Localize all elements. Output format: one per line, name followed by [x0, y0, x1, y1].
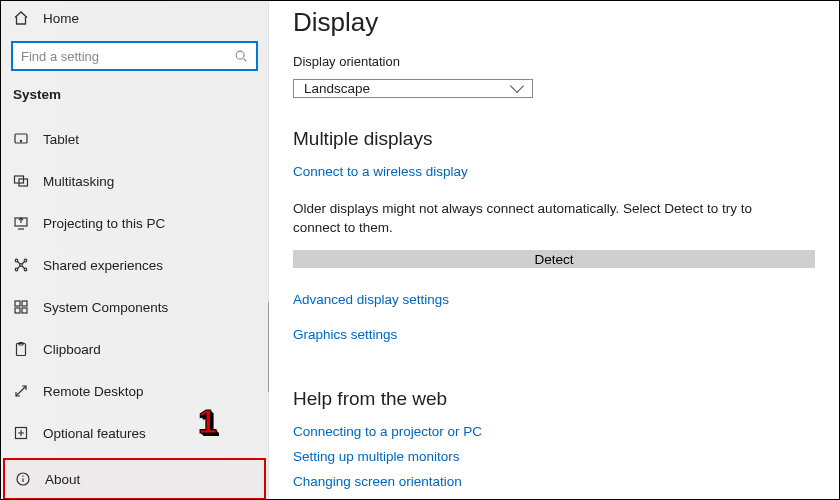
orientation-label: Display orientation: [293, 54, 815, 69]
search-icon: [234, 49, 248, 63]
svg-point-19: [22, 475, 23, 476]
main-panel: Display Display orientation Landscape Mu…: [269, 1, 839, 499]
sidebar-item-label: Optional features: [43, 426, 146, 441]
sidebar-item-label: Shared experiences: [43, 258, 163, 273]
connect-wireless-link[interactable]: Connect to a wireless display: [293, 164, 815, 179]
svg-point-7: [15, 259, 18, 262]
components-icon: [13, 299, 29, 315]
sidebar-item-label: Remote Desktop: [43, 384, 144, 399]
multiple-displays-info: Older displays might not always connect …: [293, 199, 753, 238]
svg-rect-14: [22, 308, 27, 313]
page-title: Display: [293, 7, 815, 38]
remote-desktop-icon: [13, 383, 29, 399]
chevron-down-icon: [510, 79, 524, 93]
sidebar-item-label: About: [45, 472, 80, 487]
sidebar-item-multitasking[interactable]: Multitasking: [1, 160, 268, 202]
svg-point-8: [24, 259, 27, 262]
help-link-projector[interactable]: Connecting to a projector or PC: [293, 424, 815, 439]
detect-button[interactable]: Detect: [293, 250, 815, 268]
help-heading: Help from the web: [293, 388, 815, 410]
svg-rect-12: [22, 301, 27, 306]
sidebar-item-home[interactable]: Home: [1, 1, 268, 35]
svg-point-6: [20, 264, 23, 267]
sidebar-item-about[interactable]: About: [3, 458, 266, 500]
shared-icon: [13, 257, 29, 273]
optional-features-icon: [13, 425, 29, 441]
sidebar-item-remote-desktop[interactable]: Remote Desktop: [1, 370, 268, 412]
sidebar: Home Find a setting System Tablet Multit…: [1, 1, 269, 499]
orientation-select[interactable]: Landscape: [293, 79, 533, 98]
sidebar-item-label: Projecting to this PC: [43, 216, 165, 231]
sidebar-item-label: System Components: [43, 300, 168, 315]
svg-point-0: [236, 51, 244, 59]
orientation-value: Landscape: [304, 81, 370, 96]
divider: [268, 302, 269, 392]
graphics-settings-link[interactable]: Graphics settings: [293, 327, 815, 342]
multiple-displays-heading: Multiple displays: [293, 128, 815, 150]
search-input[interactable]: Find a setting: [11, 41, 258, 71]
home-icon: [13, 10, 29, 26]
annotation-callout-1: 1: [198, 402, 217, 441]
advanced-display-link[interactable]: Advanced display settings: [293, 292, 815, 307]
sidebar-item-components[interactable]: System Components: [1, 286, 268, 328]
about-icon: [15, 471, 31, 487]
sidebar-item-clipboard[interactable]: Clipboard: [1, 328, 268, 370]
svg-point-10: [24, 268, 27, 271]
svg-point-9: [15, 268, 18, 271]
tablet-icon: [13, 131, 29, 147]
help-link-monitors[interactable]: Setting up multiple monitors: [293, 449, 815, 464]
search-wrap: Find a setting: [1, 35, 268, 79]
sidebar-item-label: Tablet: [43, 132, 79, 147]
sidebar-item-shared[interactable]: Shared experiences: [1, 244, 268, 286]
nav-list: Tablet Multitasking Projecting to this P…: [1, 118, 268, 500]
sidebar-item-projecting[interactable]: Projecting to this PC: [1, 202, 268, 244]
sidebar-item-label: Multitasking: [43, 174, 114, 189]
section-label-system: System: [1, 79, 268, 118]
sidebar-item-tablet[interactable]: Tablet: [1, 118, 268, 160]
projecting-icon: [13, 215, 29, 231]
clipboard-icon: [13, 341, 29, 357]
home-label: Home: [43, 11, 79, 26]
sidebar-item-label: Clipboard: [43, 342, 101, 357]
multitasking-icon: [13, 173, 29, 189]
svg-rect-11: [15, 301, 20, 306]
search-placeholder: Find a setting: [21, 49, 99, 64]
sidebar-item-optional-features[interactable]: Optional features: [1, 412, 268, 454]
help-links: Connecting to a projector or PC Setting …: [293, 424, 815, 499]
svg-point-2: [20, 140, 21, 141]
help-link-orientation[interactable]: Changing screen orientation: [293, 474, 815, 489]
svg-rect-13: [15, 308, 20, 313]
